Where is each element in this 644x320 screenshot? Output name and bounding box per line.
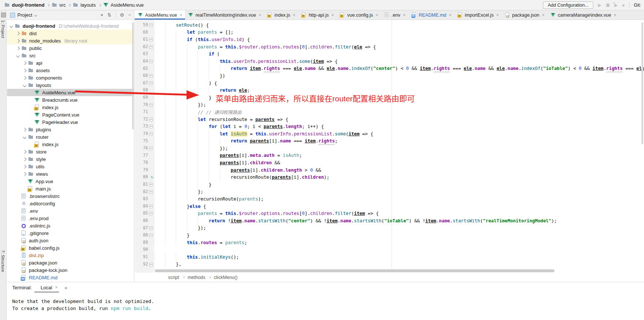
tree-item-dist.zip[interactable]: dist.zip [7, 252, 134, 259]
code-line-86[interactable]: 86return !item.name.startsWith("center")… [135, 217, 644, 225]
tool-button-project[interactable]: 1: Project [1, 20, 5, 38]
terminal-tab-local[interactable]: Local [41, 285, 52, 290]
code-line-83[interactable]: 83recursionRoute(parents); [135, 195, 644, 203]
tree-item-PageHeader.vue[interactable]: PageHeader.vue [7, 118, 134, 126]
tree-item-.browserslistrc[interactable]: .browserslistrc [7, 192, 134, 200]
close-tab-icon[interactable]: × [614, 13, 616, 18]
code-line-88[interactable]: 88} [135, 232, 644, 239]
fold-marker-icon[interactable] [149, 212, 153, 215]
tree-item-index.js[interactable]: index.js [7, 104, 134, 111]
fold-marker-icon[interactable] [149, 74, 153, 78]
tree-item-Breadcrumb.vue[interactable]: Breadcrumb.vue [7, 96, 134, 104]
tree-item-README.md[interactable]: README.md [7, 274, 134, 281]
tree-item-store[interactable]: store [7, 148, 134, 155]
tree-item-layouts[interactable]: layouts [7, 81, 134, 89]
tab-AsideMenu.vue[interactable]: AsideMenu.vue× [135, 10, 185, 20]
chevron-collapsed-icon[interactable] [23, 150, 27, 154]
fold-marker-icon[interactable] [149, 190, 153, 194]
chevron-collapsed-icon[interactable] [23, 61, 27, 65]
settings-icon[interactable]: ⚙ [120, 13, 124, 17]
code-line-60[interactable]: 60let parents = []; [135, 29, 644, 36]
run-icon[interactable] [598, 3, 601, 7]
chevron-collapsed-icon[interactable] [23, 165, 27, 168]
tree-item-plugins[interactable]: plugins [7, 126, 134, 133]
code-line-85[interactable]: 85parents = this.$router.options.routes[… [135, 210, 644, 217]
tab-README.md[interactable]: README.md× [409, 10, 455, 20]
fold-marker-icon[interactable] [149, 205, 153, 208]
tree-item-.gitignore[interactable]: .gitignore [7, 229, 134, 237]
chevron-expanded-icon[interactable] [16, 54, 20, 57]
code-line-75[interactable]: 75return parents[i].name === item.rights… [135, 138, 644, 145]
breadcrumb-item-clickMenu[interactable]: clickMenu() [214, 275, 238, 280]
tab-vue.config.js[interactable]: vue.config.js× [337, 10, 381, 20]
code-line-61[interactable]: 61if (this.userInfo.id) { [135, 36, 644, 43]
breadcrumb-item-src[interactable]: src [52, 2, 66, 8]
close-tab-icon[interactable]: × [293, 13, 295, 18]
tree-item-duoji-frontend[interactable]: duoji-frontendD:\zheheWeb\duoji-frontend [7, 22, 134, 30]
add-configuration-button[interactable]: Add Configuration... [543, 1, 594, 9]
tree-item-main.js[interactable]: main.js [7, 185, 134, 192]
tree-item-package.json[interactable]: package.json [7, 259, 134, 266]
tab-realTimeMonitoringindex.vue[interactable]: realTimeMonitoring\index.vue× [185, 10, 264, 20]
tree-item-.env.prod[interactable]: .env.prod [7, 215, 134, 222]
chevron-collapsed-icon[interactable] [16, 31, 20, 35]
new-terminal-icon[interactable] [64, 284, 68, 291]
tree-item-.eslintrc.js[interactable]: .eslintrc.js [7, 222, 134, 229]
tree-item-node_modules[interactable]: node_moduleslibrary root [7, 37, 134, 44]
chevron-collapsed-icon[interactable] [23, 172, 27, 176]
code-line-73[interactable]: 73for (let i = 0; i < parents.length; i+… [135, 123, 644, 130]
fold-marker-icon[interactable] [149, 146, 153, 150]
code-line-67[interactable]: 67) { [135, 80, 644, 87]
hide-panel-icon[interactable]: − [128, 13, 131, 17]
tree-item-babel.config.js[interactable]: babel.config.js [7, 244, 134, 252]
breadcrumb-item-AsideMenu.vue[interactable]: AsideMenu.vue [103, 2, 144, 8]
tree-item-.env[interactable]: .env [7, 207, 134, 215]
code-line-74[interactable]: 74let isAuth = this.userInfo.permissionL… [135, 130, 644, 138]
fold-marker-icon[interactable] [149, 38, 153, 41]
tree-item-src[interactable]: src [7, 52, 134, 59]
code-line-65[interactable]: 65return item.rights === ele.name && ele… [135, 65, 644, 73]
fold-marker-icon[interactable] [149, 103, 153, 107]
tab-.env[interactable]: .env× [381, 10, 409, 20]
chevron-collapsed-icon[interactable] [23, 157, 27, 161]
tree-item-dist[interactable]: dist [7, 30, 134, 37]
close-tab-icon[interactable]: × [331, 13, 334, 18]
tab-cameraManageindex.vue[interactable]: cameraManage\index.vue× [547, 10, 619, 20]
tree-item-App.vue[interactable]: App.vue [7, 178, 134, 185]
breadcrumb-item-layouts[interactable]: layouts [73, 2, 95, 8]
terminal-output[interactable]: Note that the development build is not o… [7, 293, 644, 312]
code-line-62[interactable]: 62parents = this.$router.options.routes[… [135, 43, 644, 51]
chevron-collapsed-icon[interactable] [23, 76, 27, 80]
tree-item-.editorconfig[interactable]: .editorconfig [7, 200, 134, 207]
close-icon[interactable] [55, 285, 58, 290]
vertical-scrollbar[interactable] [641, 22, 643, 144]
fold-marker-icon[interactable] [149, 132, 153, 136]
code-area[interactable]: 59setRoute() {60let parents = [];61if (t… [135, 20, 644, 273]
close-tab-icon[interactable]: × [376, 13, 378, 18]
tree-item-auth.json[interactable]: auth.json [7, 237, 134, 244]
code-line-79[interactable]: 79parents[i].children.length > 0 && [135, 166, 644, 174]
tab-importExcel.js[interactable]: importExcel.js× [455, 10, 502, 20]
tab-package.json[interactable]: package.json× [502, 10, 548, 20]
chevron-expanded-icon[interactable] [10, 24, 13, 28]
close-tab-icon[interactable]: × [449, 13, 452, 18]
close-tab-icon[interactable]: × [542, 13, 544, 18]
code-line-78[interactable]: 78parents[i].children && [135, 159, 644, 166]
fold-marker-icon[interactable] [149, 45, 153, 49]
code-line-64[interactable]: 64this.userInfo.permissionList.some(item… [135, 58, 644, 65]
code-line-76[interactable]: 76}); [135, 145, 644, 152]
fold-marker-icon[interactable] [149, 81, 153, 85]
fold-marker-icon[interactable] [149, 23, 153, 27]
chevron-collapsed-icon[interactable] [16, 39, 20, 43]
code-line-91[interactable]: 91this.initialKeys(); [135, 253, 644, 261]
fold-marker-icon[interactable] [149, 226, 153, 230]
tool-button-structure[interactable]: 7: Structure [1, 250, 5, 272]
breadcrumb-item-methods[interactable]: methods [188, 275, 205, 280]
code-line-71[interactable]: 71// // 递归权限路由 [135, 108, 644, 116]
tree-item-PageContent.vue[interactable]: PageContent.vue [7, 111, 134, 118]
breadcrumb-item-duoji-frontend[interactable]: duoji-frontend [4, 2, 44, 8]
chevron-collapsed-icon[interactable] [23, 128, 27, 131]
code-line-89[interactable]: 89this.routes = parents; [135, 239, 644, 246]
git-label[interactable]: Git: [634, 3, 641, 8]
tree-item-AsideMenu.vue[interactable]: AsideMenu.vue [7, 89, 134, 96]
